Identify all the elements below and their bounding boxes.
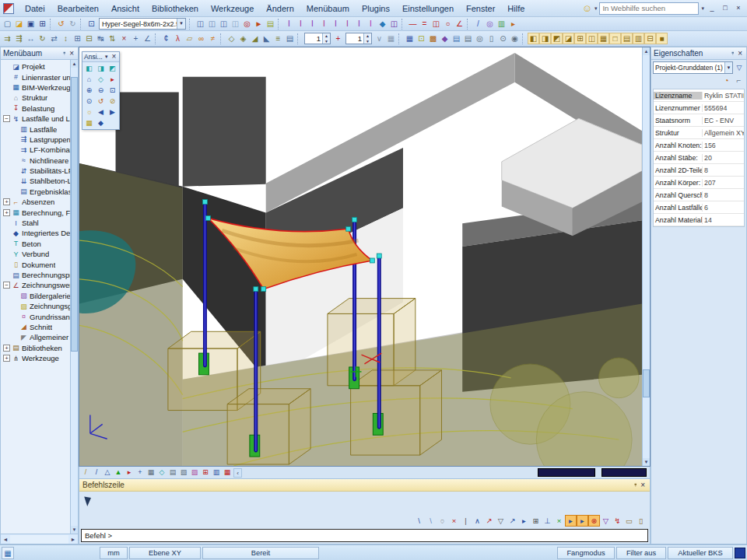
flag2-icon[interactable]: ▸ — [124, 467, 135, 478]
rotate-view-icon[interactable]: ↺ — [95, 96, 107, 107]
copy-node-icon[interactable]: ⇉ — [2, 33, 13, 44]
status-bereit[interactable]: Bereit — [202, 547, 319, 559]
scroll-right-icon[interactable]: ► — [68, 537, 78, 542]
hatch-icon[interactable]: ▧ — [178, 467, 189, 478]
storey-icon[interactable]: ≡ — [272, 33, 284, 44]
snap-ortho-icon[interactable]: ⊗ — [588, 515, 600, 527]
close-icon[interactable]: × — [736, 50, 744, 58]
mirror-icon[interactable]: ⇄ — [48, 33, 60, 44]
model-selector-dropdown[interactable]: Hyper-Segel-8x6m-2x2.5 ▼ — [99, 18, 186, 30]
profile-list-icon[interactable]: ◆ — [377, 18, 388, 30]
person-icon[interactable]: λ — [172, 33, 184, 44]
tree-item-linienraster-und-geschosse[interactable]: #Linienraster und Geschosse — [2, 72, 70, 82]
h-split-icon[interactable]: ▤ — [621, 33, 633, 44]
tree-item-schnitt[interactable]: ◢Schnitt — [2, 322, 70, 332]
property-set-selector[interactable]: Projekt-Grunddaten (1) ▼ — [653, 61, 733, 74]
menu-werkzeuge[interactable]: Werkzeuge — [205, 2, 260, 15]
window-icon[interactable]: ⊡ — [86, 18, 97, 30]
menu-ansicht[interactable]: Ansicht — [105, 2, 146, 15]
property-row[interactable]: Lizenznummer555694 — [654, 102, 744, 114]
snap-intersection-icon[interactable]: ▸ — [577, 515, 588, 527]
workplane-icon[interactable]: ▦ — [404, 33, 416, 44]
split-right-icon[interactable]: ◨ — [539, 33, 551, 44]
chevron-down-icon[interactable]: ▼ — [724, 62, 732, 73]
save-icon[interactable]: ▣ — [25, 18, 37, 30]
tree-item-nichtlineare-lf-kombinationen[interactable]: ≈Nichtlineare LF-Kombinationen — [2, 156, 70, 166]
model-viewport[interactable]: ▲ ▼ Ansi... ▼ × ◧◨◩⌂◇▸⊕⊖⊡⊙↺⊘☼◀▶▦◆ — [79, 47, 651, 467]
snap-endpoint-icon[interactable]: \ — [425, 515, 437, 527]
circle-icon[interactable]: ○ — [442, 18, 454, 30]
status-fangmodus[interactable]: Fangmodus — [557, 547, 615, 559]
tree-item-lastf-lle-und-lf-kombinationen[interactable]: −↯Lastfälle und LF-Kombinationen — [2, 114, 70, 124]
tree-item-stabilit-ts-lfk[interactable]: ⇵Stabilitäts-LFK — [2, 166, 70, 176]
tree-item-projekt[interactable]: ◪Projekt — [2, 61, 70, 72]
front-view-icon[interactable]: ◧ — [83, 63, 95, 74]
undo-icon[interactable]: ↺ — [55, 18, 67, 30]
launch-icon[interactable]: ► — [253, 18, 265, 30]
single-view-icon[interactable]: □ — [609, 33, 621, 44]
menu-menbaum[interactable]: Menübaum — [300, 2, 356, 15]
tree-item-bildergalerie[interactable]: ▧Bildergalerie — [2, 291, 70, 301]
split-bottom-icon[interactable]: ◪ — [563, 33, 574, 44]
input-mode-icon[interactable]: ▯ — [635, 515, 647, 527]
plane-view-icon[interactable]: ▦ — [83, 117, 95, 128]
tree-item-beton[interactable]: TBeton — [2, 239, 70, 249]
full-view-icon[interactable]: ■ — [656, 33, 668, 44]
command-input[interactable]: Befehl > — [81, 529, 648, 542]
section-profile-icon[interactable]: I — [307, 18, 318, 30]
feedback-smiley-icon[interactable]: ☺ — [582, 2, 592, 14]
lamp-icon[interactable]: ☼ — [83, 107, 95, 117]
snap-perp-icon[interactable]: ∧ — [472, 515, 483, 527]
webhelp-search-input[interactable] — [599, 2, 699, 15]
tree-item-allgemeiner-schnitt[interactable]: ◤Allgemeiner Schnitt — [2, 332, 70, 342]
offset-icon[interactable]: ⊟ — [83, 33, 95, 44]
snap-green-icon[interactable]: × — [553, 515, 565, 527]
align-icon[interactable]: ↹ — [95, 33, 107, 44]
v-split-icon[interactable]: ▥ — [633, 33, 644, 44]
expand-icon[interactable]: + — [3, 198, 10, 205]
tree-item-verbund[interactable]: YVerbund — [2, 249, 70, 259]
tree-item-bim-werkzeugkasten[interactable]: ▦BIM-Werkzeugkasten — [2, 82, 70, 93]
menu-ndern[interactable]: Ändern — [260, 2, 300, 15]
cells-icon[interactable]: ▦ — [222, 467, 233, 478]
snap-delete-icon[interactable]: × — [448, 515, 460, 527]
spinner-down-icon[interactable]: ▼ — [364, 39, 371, 44]
scroll-left-icon[interactable]: ◄ — [1, 537, 10, 542]
copy-sheet-icon[interactable]: ⊡ — [416, 33, 427, 44]
chain-icon[interactable]: ∞ — [195, 33, 207, 44]
detail-icon[interactable]: ◣ — [261, 33, 272, 44]
keyboard-toggle-icon[interactable]: ▦ — [2, 547, 14, 559]
scroll-up-icon[interactable]: ▲ — [71, 60, 78, 68]
zoom-window-icon[interactable]: ⊡ — [107, 85, 118, 96]
split-top-icon[interactable]: ◩ — [551, 33, 563, 44]
axes-icon[interactable]: + — [135, 467, 146, 478]
open-file-icon[interactable]: ◪ — [13, 18, 25, 30]
profile-library-icon[interactable]: ◫ — [388, 18, 400, 30]
tree-item-grundrissansicht[interactable]: ¤Grundrissansicht — [2, 311, 70, 321]
pin-icon[interactable] — [61, 50, 68, 57]
dimension-icon[interactable]: ◫ — [430, 18, 442, 30]
tree-item-berechnungsprotokoll[interactable]: ▤Berechnungsprotokoll — [2, 270, 70, 280]
line-icon[interactable]: — — [407, 18, 419, 30]
copy-count-spinner[interactable]: 1 ▲▼ — [304, 33, 331, 44]
zoom-out-icon[interactable]: ⊖ — [95, 85, 107, 96]
polar-snap-icon[interactable]: ▽ — [600, 515, 612, 527]
viewport-vertical-scrollbar[interactable]: ▲ ▼ — [642, 47, 650, 466]
delete-view-icon[interactable]: ⊘ — [107, 96, 118, 107]
zoom-in-icon[interactable]: ⊕ — [83, 85, 95, 96]
format-painter-icon[interactable]: / — [472, 18, 484, 30]
measure-icon[interactable]: ∠ — [142, 33, 153, 44]
grid-view-icon[interactable]: ▦ — [598, 33, 609, 44]
pin-icon[interactable] — [730, 50, 736, 57]
scrollbar-thumb[interactable] — [538, 468, 595, 477]
polygon-icon[interactable]: ▱ — [184, 33, 195, 44]
section-cut-icon[interactable]: ◢ — [249, 33, 261, 44]
redo-icon[interactable]: ↻ — [67, 18, 79, 30]
float-view-icon[interactable]: ⊟ — [644, 33, 656, 44]
property-row[interactable]: Anzahl Querschnitte:8 — [654, 189, 744, 201]
status-ebene-xy[interactable]: Ebene XY — [129, 547, 201, 559]
find-icon[interactable]: ◎ — [484, 18, 496, 30]
new-file-icon[interactable]: ▢ — [2, 18, 13, 30]
track-snap-icon[interactable]: ↯ — [612, 515, 623, 527]
grid2-icon[interactable]: ⊞ — [200, 467, 211, 478]
